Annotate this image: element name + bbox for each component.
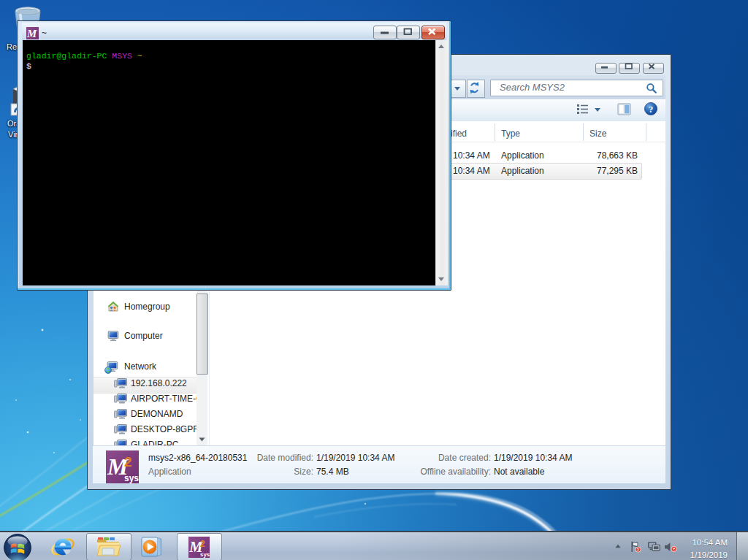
svg-text:?: ? <box>649 104 653 115</box>
